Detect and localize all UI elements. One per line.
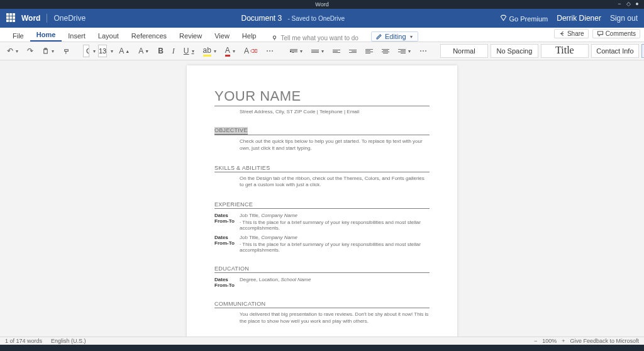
align-right-button[interactable]: ▾	[395, 47, 414, 56]
sign-out-link[interactable]: Sign out	[610, 14, 638, 23]
document-name[interactable]: Document 3	[241, 14, 282, 23]
save-status: - Saved to OneDrive	[288, 15, 345, 22]
experience-row[interactable]: Dates From-To Job Title, Company Name · …	[214, 213, 430, 231]
zoom-level[interactable]: 100%	[542, 338, 557, 344]
diamond-icon	[500, 14, 507, 21]
underline-button[interactable]: U▾	[180, 45, 197, 57]
tab-review[interactable]: Review	[173, 30, 208, 42]
zoom-in-button[interactable]: +	[562, 338, 565, 344]
app-title-bar: Word OneDrive Document 3 - Saved to OneD…	[0, 9, 644, 28]
share-icon	[558, 30, 565, 37]
clipboard-icon	[42, 48, 49, 55]
ribbon-tabs: File Home Insert Layout References Revie…	[0, 28, 644, 42]
comments-button[interactable]: Comments	[592, 29, 640, 38]
feedback-link[interactable]: Give Feedback to Microsoft	[570, 338, 639, 344]
tab-layout[interactable]: Layout	[92, 30, 125, 42]
experience-row[interactable]: Dates From-To Job Title, Company Name · …	[214, 235, 430, 253]
heading-skills[interactable]: SKILLS & ABILITIES	[214, 165, 430, 172]
zoom-out-button[interactable]: −	[534, 338, 537, 344]
heading-experience[interactable]: EXPERIENCE	[214, 201, 430, 209]
style-heading1[interactable]: Heading 1	[641, 44, 644, 58]
style-no-spacing[interactable]: No Spacing	[491, 44, 538, 58]
bold-button[interactable]: B	[155, 45, 167, 57]
tell-me-search[interactable]: Tell me what you want to do	[271, 35, 358, 42]
storage-service[interactable]: OneDrive	[47, 14, 86, 23]
os-title-bar: Word − ◇ ●	[0, 0, 644, 9]
language-status[interactable]: English (U.S.)	[51, 338, 86, 344]
heading-objective[interactable]: OBJECTIVE	[214, 127, 248, 135]
shrink-font-button[interactable]: A▼	[135, 45, 152, 57]
share-button[interactable]: Share	[554, 29, 589, 38]
dates-label[interactable]: Dates From-To	[214, 235, 240, 253]
status-bar: 1 of 174 words English (U.S.) − 100% + G…	[0, 337, 644, 345]
communication-body[interactable]: You delivered that big presentation to r…	[240, 311, 430, 325]
heading-communication[interactable]: COMMUNICATION	[214, 301, 430, 308]
objective-body[interactable]: Check out the quick tips below to help y…	[240, 138, 430, 152]
font-color-button[interactable]: A▾	[222, 44, 238, 58]
clear-formatting-button[interactable]: A⌫	[241, 45, 260, 57]
comment-icon	[597, 30, 604, 37]
tab-help[interactable]: Help	[236, 30, 263, 42]
italic-button[interactable]: I	[169, 45, 178, 58]
os-title: Word	[315, 1, 328, 8]
window-minimize-icon[interactable]: −	[616, 1, 623, 7]
decrease-indent-button[interactable]	[330, 47, 343, 55]
tab-insert[interactable]: Insert	[62, 30, 92, 42]
user-name[interactable]: Derrik Diener	[557, 14, 601, 23]
education-row[interactable]: Dates From-To Degree, Location, School N…	[214, 277, 430, 288]
lightbulb-icon	[271, 35, 278, 42]
font-size-select[interactable]: 13	[98, 45, 107, 57]
app-name: Word	[21, 14, 40, 23]
tab-references[interactable]: References	[125, 30, 173, 42]
align-left-button[interactable]	[362, 47, 376, 56]
redo-button[interactable]: ↷	[24, 45, 36, 57]
chevron-down-icon: ▾	[410, 34, 413, 40]
app-launcher-icon[interactable]	[6, 13, 16, 23]
window-maximize-icon[interactable]: ◇	[625, 1, 631, 7]
numbering-button[interactable]: ▾	[308, 47, 327, 56]
undo-button[interactable]: ↶▾	[4, 45, 21, 57]
page[interactable]: YOUR NAME Street Address, City, ST ZIP C…	[187, 65, 457, 345]
skills-body[interactable]: On the Design tab of the ribbon, check o…	[240, 176, 430, 189]
window-close-icon[interactable]: ●	[634, 1, 640, 7]
resume-address[interactable]: Street Address, City, ST ZIP Code | Tele…	[240, 109, 430, 114]
font-name-select[interactable]: Calibri (Heading…	[83, 45, 89, 57]
format-painter-button[interactable]	[60, 46, 73, 57]
increase-indent-button[interactable]	[346, 47, 360, 55]
heading-education[interactable]: EDUCATION	[214, 265, 430, 273]
editing-mode-button[interactable]: Editing ▾	[371, 31, 418, 42]
go-premium-button[interactable]: Go Premium	[500, 14, 548, 23]
dates-label[interactable]: Dates From-To	[214, 277, 240, 288]
pencil-icon	[375, 33, 382, 40]
highlight-button[interactable]: ab▾	[200, 44, 219, 58]
dates-label[interactable]: Dates From-To	[214, 213, 240, 231]
style-title[interactable]: Title	[541, 44, 589, 58]
grow-font-button[interactable]: A▲	[116, 45, 133, 57]
ribbon-toolbar: ↶▾ ↷ ▾ Calibri (Heading…▾ 13▾ A▲ A▼ B I …	[0, 42, 644, 60]
svg-point-0	[274, 36, 276, 38]
paintbrush-icon	[63, 48, 70, 55]
tab-view[interactable]: View	[208, 30, 236, 42]
resume-name[interactable]: YOUR NAME	[214, 88, 430, 106]
more-font-button[interactable]: ⋯	[263, 45, 277, 57]
document-canvas[interactable]: YOUR NAME Street Address, City, ST ZIP C…	[0, 60, 644, 345]
more-paragraph-button[interactable]: ⋯	[416, 45, 430, 57]
tab-home[interactable]: Home	[30, 28, 62, 42]
style-contact-info[interactable]: Contact Info	[591, 44, 639, 58]
paste-button[interactable]: ▾	[39, 46, 57, 57]
style-normal[interactable]: Normal	[440, 44, 488, 58]
tab-file[interactable]: File	[6, 30, 30, 42]
word-count[interactable]: 1 of 174 words	[5, 338, 42, 344]
align-center-button[interactable]	[379, 47, 392, 56]
bullets-button[interactable]: ▾	[287, 47, 306, 56]
